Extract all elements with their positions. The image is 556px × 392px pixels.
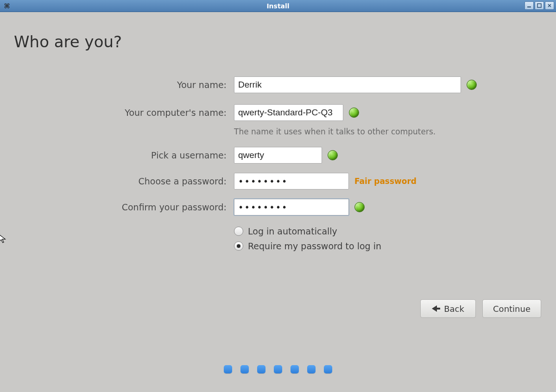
back-button[interactable]: Back <box>420 299 476 318</box>
window-titlebar: ⌘ Install <box>0 0 556 12</box>
check-icon <box>467 80 477 90</box>
password-strength-label: Fair password <box>354 177 417 186</box>
your-name-label: Your name: <box>14 80 229 90</box>
svg-rect-1 <box>537 4 541 7</box>
window-close-button[interactable] <box>545 1 554 10</box>
computer-name-input[interactable] <box>234 104 343 121</box>
require-password-radio[interactable] <box>234 241 243 251</box>
progress-dot <box>307 365 316 373</box>
computer-name-label: Your computer's name: <box>14 107 229 118</box>
progress-dot <box>257 365 265 373</box>
continue-button-label: Continue <box>493 304 531 314</box>
password-label: Choose a password: <box>14 176 229 186</box>
username-label: Pick a username: <box>14 150 229 160</box>
app-icon: ⌘ <box>3 2 11 10</box>
username-input[interactable] <box>234 147 322 164</box>
progress-dot <box>224 365 232 373</box>
login-automatically-label: Log in automatically <box>248 226 337 236</box>
progress-dot <box>291 365 299 373</box>
progress-dot <box>274 365 282 373</box>
confirm-password-label: Confirm your password: <box>14 202 229 212</box>
check-icon <box>354 202 365 212</box>
progress-indicator <box>224 365 332 373</box>
svg-rect-0 <box>527 6 531 7</box>
window-title: Install <box>266 2 289 10</box>
mouse-cursor-icon <box>0 234 8 244</box>
window-maximize-button[interactable] <box>535 1 544 10</box>
confirm-password-input[interactable] <box>234 199 349 215</box>
window-minimize-button[interactable] <box>524 1 534 10</box>
progress-dot <box>324 365 332 373</box>
password-input[interactable] <box>234 173 349 190</box>
your-name-input[interactable] <box>234 76 461 93</box>
page-title: Who are you? <box>14 32 542 51</box>
require-password-label: Require my password to log in <box>248 241 381 251</box>
arrow-left-icon <box>432 305 440 312</box>
check-icon <box>328 150 338 160</box>
continue-button[interactable]: Continue <box>482 299 541 318</box>
back-button-label: Back <box>444 304 464 314</box>
user-details-form: Your name: Your computer's name: The nam… <box>14 74 542 251</box>
progress-dot <box>240 365 249 373</box>
computer-name-hint: The name it uses when it talks to other … <box>234 127 542 136</box>
login-automatically-radio[interactable] <box>234 227 243 236</box>
check-icon <box>349 107 359 118</box>
